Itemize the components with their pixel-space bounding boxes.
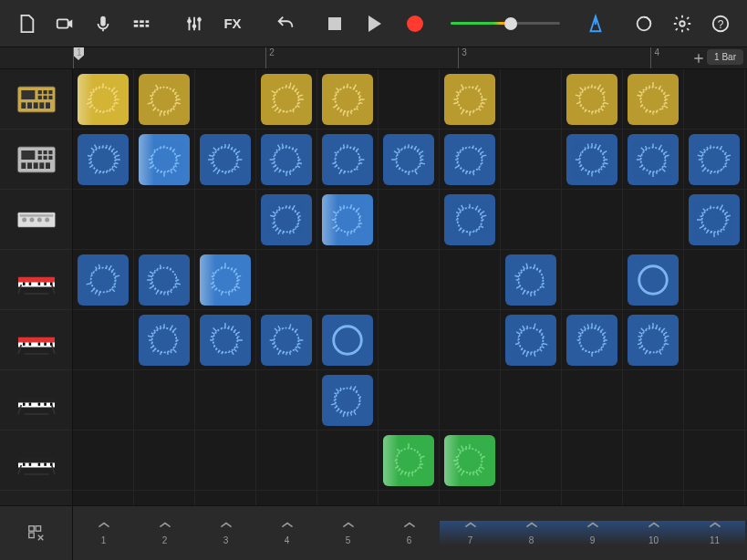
grid-cell[interactable] bbox=[256, 130, 317, 190]
grid-cell[interactable] bbox=[195, 491, 256, 505]
loop-pad[interactable] bbox=[628, 74, 679, 125]
grid-cell[interactable] bbox=[73, 310, 134, 370]
loop-pad[interactable] bbox=[566, 74, 617, 125]
grid-cell[interactable] bbox=[195, 130, 256, 190]
grid-cell[interactable] bbox=[73, 130, 134, 190]
stop-button[interactable] bbox=[317, 7, 352, 40]
grid-cell[interactable] bbox=[73, 69, 134, 130]
grid-cell[interactable] bbox=[73, 190, 134, 250]
loop-pad[interactable] bbox=[200, 134, 251, 185]
undo-icon[interactable] bbox=[268, 7, 303, 40]
loop-pad[interactable] bbox=[566, 315, 617, 366]
column-trigger-2[interactable]: 2 bbox=[134, 521, 195, 545]
grid-cell[interactable] bbox=[256, 491, 317, 505]
loop-pad[interactable] bbox=[566, 134, 617, 185]
grid-cell[interactable] bbox=[195, 69, 256, 130]
grid-cell[interactable] bbox=[501, 190, 562, 250]
grid-cell[interactable] bbox=[379, 190, 440, 250]
metronome-icon[interactable] bbox=[578, 7, 613, 40]
track-keys-1[interactable] bbox=[0, 250, 72, 310]
document-icon[interactable] bbox=[9, 7, 44, 40]
help-icon[interactable]: ? bbox=[703, 7, 738, 40]
grid-cell[interactable] bbox=[317, 190, 379, 250]
grid-cell[interactable] bbox=[623, 370, 684, 430]
mixer-icon[interactable] bbox=[124, 7, 159, 40]
grid-cell[interactable] bbox=[623, 491, 684, 505]
loop-pad[interactable] bbox=[689, 134, 740, 185]
grid-cell[interactable] bbox=[501, 69, 562, 130]
grid-cell[interactable] bbox=[623, 69, 684, 130]
grid-cell[interactable] bbox=[379, 370, 440, 430]
grid-cell[interactable] bbox=[562, 69, 623, 130]
column-trigger-4[interactable]: 4 bbox=[256, 521, 317, 545]
grid-cell[interactable] bbox=[256, 370, 317, 430]
loop-pad[interactable] bbox=[689, 194, 740, 245]
grid-cell[interactable] bbox=[256, 310, 317, 370]
loop-pad[interactable] bbox=[322, 134, 373, 185]
grid-cell[interactable] bbox=[317, 370, 379, 430]
loop-pad[interactable] bbox=[383, 134, 434, 185]
track-keys-4[interactable] bbox=[0, 430, 72, 491]
loop-pad[interactable] bbox=[261, 74, 312, 125]
grid-cell[interactable] bbox=[440, 130, 501, 190]
grid-cell[interactable] bbox=[501, 430, 562, 491]
add-section-button[interactable] bbox=[690, 50, 707, 67]
track-keys-2[interactable] bbox=[0, 310, 72, 370]
grid-cell[interactable] bbox=[562, 130, 623, 190]
loop-pad[interactable] bbox=[322, 375, 373, 426]
column-trigger-1[interactable]: 1 bbox=[73, 521, 134, 545]
grid-cell[interactable] bbox=[684, 491, 745, 505]
grid-cell[interactable] bbox=[562, 310, 623, 370]
grid-cell[interactable] bbox=[195, 430, 256, 491]
volume-slider[interactable] bbox=[451, 15, 560, 33]
grid-cell[interactable] bbox=[623, 430, 684, 491]
loop-pad[interactable] bbox=[322, 194, 373, 245]
grid-cell[interactable] bbox=[379, 430, 440, 491]
loop-pad[interactable] bbox=[383, 435, 434, 486]
loop-pad[interactable] bbox=[444, 194, 495, 245]
grid-cell[interactable] bbox=[501, 491, 562, 505]
grid-cell[interactable] bbox=[134, 370, 195, 430]
column-trigger-5[interactable]: 5 bbox=[317, 521, 379, 545]
grid-cell[interactable] bbox=[379, 491, 440, 505]
grid-cell[interactable] bbox=[195, 190, 256, 250]
loop-pad[interactable] bbox=[322, 74, 373, 125]
sliders-icon[interactable] bbox=[177, 7, 212, 40]
column-trigger-7[interactable]: 7 bbox=[440, 521, 501, 545]
loop-pad[interactable] bbox=[261, 315, 312, 366]
fx-button[interactable]: FX bbox=[215, 7, 250, 40]
grid-cell[interactable] bbox=[440, 430, 501, 491]
grid-cell[interactable] bbox=[440, 370, 501, 430]
column-trigger-3[interactable]: 3 bbox=[195, 521, 256, 545]
camera-icon[interactable] bbox=[47, 7, 82, 40]
grid-cell[interactable] bbox=[501, 250, 562, 310]
track-drums-2[interactable] bbox=[0, 130, 72, 190]
grid-cell[interactable] bbox=[73, 430, 134, 491]
loop-pad[interactable] bbox=[139, 254, 190, 306]
play-button[interactable] bbox=[358, 7, 392, 40]
microphone-icon[interactable] bbox=[86, 7, 120, 40]
grid-cell[interactable] bbox=[623, 130, 684, 190]
grid-cell[interactable] bbox=[195, 250, 256, 310]
grid-edit-icon[interactable] bbox=[0, 506, 73, 560]
grid-cell[interactable] bbox=[562, 250, 623, 310]
loop-pad[interactable] bbox=[139, 74, 190, 125]
loop-pad[interactable] bbox=[444, 435, 495, 486]
grid-cell[interactable] bbox=[379, 310, 440, 370]
loop-pad[interactable] bbox=[200, 254, 251, 306]
grid-cell[interactable] bbox=[684, 370, 745, 430]
grid-cell[interactable] bbox=[134, 430, 195, 491]
track-drums-1[interactable] bbox=[0, 69, 72, 130]
grid-cell[interactable] bbox=[73, 491, 134, 505]
grid-cell[interactable] bbox=[562, 190, 623, 250]
column-trigger-8[interactable]: 8 bbox=[501, 521, 562, 545]
grid-cell[interactable] bbox=[684, 250, 745, 310]
loop-pad[interactable] bbox=[444, 134, 495, 185]
track-drumkit[interactable] bbox=[0, 190, 72, 250]
grid-cell[interactable] bbox=[317, 250, 379, 310]
grid-cell[interactable] bbox=[684, 190, 745, 250]
loop-pad[interactable] bbox=[628, 134, 679, 185]
column-trigger-9[interactable]: 9 bbox=[562, 521, 623, 545]
grid-cell[interactable] bbox=[623, 190, 684, 250]
grid-cell[interactable] bbox=[73, 370, 134, 430]
